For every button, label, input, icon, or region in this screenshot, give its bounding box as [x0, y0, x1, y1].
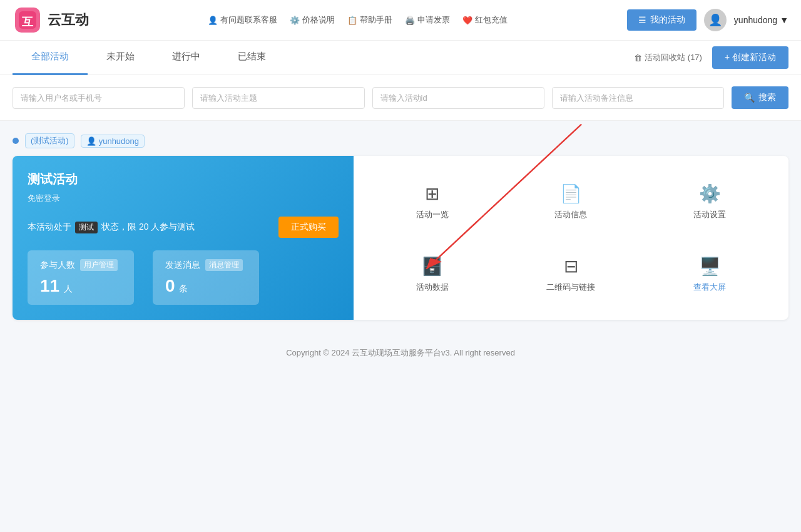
status-line: 本活动处于 测试 状态，限 20 人参与测试 正式购买: [28, 217, 339, 238]
dropdown-icon: ▼: [780, 15, 788, 25]
settings-icon: ⚙️: [699, 183, 721, 204]
tab-all-activities[interactable]: 全部活动: [13, 41, 88, 75]
logo-icon: 互: [13, 5, 43, 35]
tabs-right: 🗑 活动回收站 (17) + 创建新活动: [634, 46, 788, 69]
tab-in-progress[interactable]: 进行中: [153, 41, 219, 75]
search-note-input[interactable]: [552, 87, 724, 109]
message-manage-badge[interactable]: 消息管理: [205, 259, 243, 271]
search-icon: 🔍: [744, 93, 755, 103]
stat-participants: 参与人数 用户管理 11 人: [28, 250, 134, 305]
tabs-left: 全部活动 未开始 进行中 已结束: [13, 41, 285, 75]
activity-tag-row: (测试活动) 👤 yunhudong: [13, 133, 788, 148]
contact-icon: 👤: [208, 16, 218, 25]
avatar: 👤: [704, 9, 727, 31]
test-badge: 测试: [75, 222, 98, 233]
action-activity-info[interactable]: 📄 活动信息: [505, 173, 638, 230]
username[interactable]: yunhudong ▼: [734, 15, 788, 25]
recycle-bin-link[interactable]: 🗑 活动回收站 (17): [634, 52, 702, 63]
main-content: (测试活动) 👤 yunhudong 测试活动 免密登录 本活动处于 测试 状态…: [0, 121, 801, 332]
create-activity-button[interactable]: + 创建新活动: [712, 46, 788, 69]
header: 互 云互动 👤 有问题联系客服 ⚙️ 价格说明 📋 帮助手册 🖨️ 申请发票 ❤…: [0, 0, 801, 41]
qrcode-icon: ⊟: [564, 256, 578, 277]
invoice-icon: 🖨️: [405, 16, 415, 25]
nav-price[interactable]: ⚙️ 价格说明: [290, 14, 335, 26]
help-icon: 📋: [347, 16, 357, 25]
action-activity-list[interactable]: ⊞ 活动一览: [366, 173, 499, 230]
search-bar: 🔍 搜索: [0, 75, 801, 121]
nav-links: 👤 有问题联系客服 ⚙️ 价格说明 📋 帮助手册 🖨️ 申请发票 ❤️ 红包充值: [89, 14, 627, 26]
user-icon: 👤: [86, 136, 96, 146]
stats-row: 参与人数 用户管理 11 人 发送消息 消息管理 0 条: [28, 250, 339, 305]
user-area: ☰ 我的活动 👤 yunhudong ▼: [627, 9, 788, 31]
svg-text:互: 互: [22, 16, 34, 28]
stat-participants-value: 11 人: [40, 276, 121, 296]
recycle-icon: 🗑: [634, 53, 642, 63]
buy-button[interactable]: 正式购买: [278, 217, 339, 238]
search-button[interactable]: 🔍 搜索: [732, 86, 788, 109]
footer: Copyright © 2024 云互动现场互动服务平台v3. All righ…: [0, 332, 801, 374]
action-activity-data[interactable]: 🗄️ 活动数据: [366, 246, 499, 303]
recharge-icon: ❤️: [462, 16, 472, 25]
search-theme-input[interactable]: [192, 87, 364, 109]
search-id-input[interactable]: [372, 87, 544, 109]
avatar-icon: 👤: [708, 13, 722, 27]
action-activity-settings[interactable]: ⚙️ 活动设置: [643, 173, 776, 230]
database-icon: 🗄️: [421, 256, 443, 277]
tab-ended[interactable]: 已结束: [219, 41, 285, 75]
tab-not-started[interactable]: 未开始: [88, 41, 153, 75]
activity-title: 测试活动: [28, 171, 339, 188]
activity-left-panel: 测试活动 免密登录 本活动处于 测试 状态，限 20 人参与测试 正式购买 参与…: [13, 156, 354, 320]
action-view-big-screen[interactable]: 🖥️ 查看大屏: [643, 246, 776, 303]
nav-help[interactable]: 📋 帮助手册: [347, 14, 392, 26]
nav-contact[interactable]: 👤 有问题联系客服: [208, 14, 277, 26]
search-username-input[interactable]: [13, 87, 185, 109]
tag-test[interactable]: (测试活动): [25, 133, 74, 148]
stat-messages-value: 0 条: [165, 276, 247, 296]
user-manage-badge[interactable]: 用户管理: [80, 259, 118, 271]
tag-user[interactable]: 👤 yunhudong: [81, 135, 145, 148]
info-icon: 📄: [560, 183, 582, 204]
logo-area: 互 云互动: [13, 5, 89, 35]
grid-icon: ⊞: [425, 183, 439, 204]
menu-icon: ☰: [638, 15, 646, 25]
activity-subtitle: 免密登录: [28, 193, 339, 204]
logo-text: 云互动: [48, 11, 89, 29]
status-dot: [13, 138, 19, 144]
tabs-bar: 全部活动 未开始 进行中 已结束 🗑 活动回收站 (17) + 创建新活动: [0, 41, 801, 75]
price-icon: ⚙️: [290, 16, 300, 25]
my-activity-button[interactable]: ☰ 我的活动: [627, 9, 696, 31]
screen-icon: 🖥️: [699, 256, 721, 277]
activity-card: 测试活动 免密登录 本活动处于 测试 状态，限 20 人参与测试 正式购买 参与…: [13, 156, 788, 320]
status-text: 本活动处于 测试 状态，限 20 人参与测试: [28, 222, 195, 233]
nav-invoice[interactable]: 🖨️ 申请发票: [405, 14, 450, 26]
nav-recharge[interactable]: ❤️ 红包充值: [462, 14, 508, 26]
stat-messages: 发送消息 消息管理 0 条: [153, 250, 259, 305]
action-qrcode-link[interactable]: ⊟ 二维码与链接: [505, 246, 638, 303]
stat-participants-header: 参与人数 用户管理: [40, 259, 121, 271]
activity-right-panel: ⊞ 活动一览 📄 活动信息 ⚙️ 活动设置 🗄️ 活动数据 ⊟ 二维码与链接: [354, 156, 788, 320]
stat-messages-header: 发送消息 消息管理: [165, 259, 247, 271]
